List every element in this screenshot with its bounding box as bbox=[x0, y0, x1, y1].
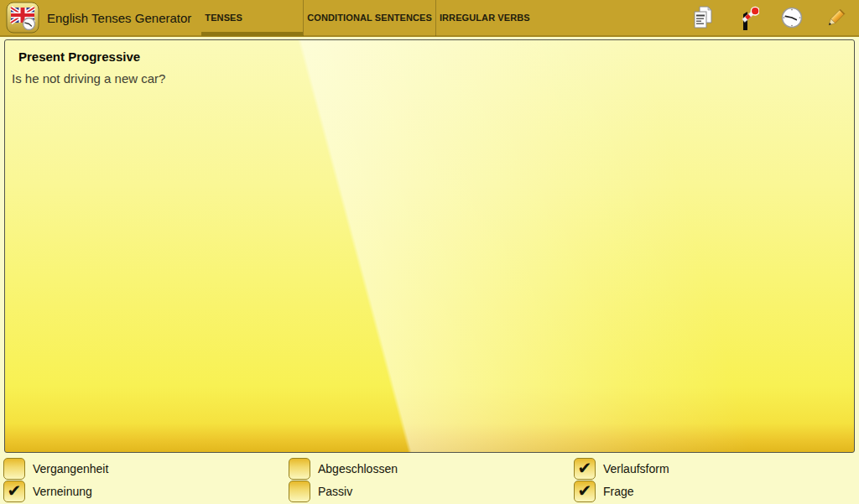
signal-button[interactable] bbox=[736, 4, 759, 31]
sentence-panel: Present Progressive Is he not driving a … bbox=[4, 39, 855, 453]
documents-icon bbox=[692, 5, 714, 30]
tab-irregular-verbs[interactable]: IRREGULAR VERBS bbox=[435, 0, 537, 36]
option-passiv[interactable]: Passiv bbox=[289, 481, 574, 502]
checkmark-icon bbox=[578, 482, 592, 499]
tab-tenses[interactable]: TENSES bbox=[201, 0, 303, 36]
abgeschlossen-label[interactable]: Abgeschlossen bbox=[318, 462, 398, 475]
generated-sentence: Is he not driving a new car? bbox=[12, 71, 854, 86]
option-verneinung[interactable]: Verneinung bbox=[3, 481, 289, 502]
clock-icon bbox=[780, 5, 804, 30]
option-verlaufsform[interactable]: Verlaufsform bbox=[574, 458, 859, 480]
passiv-checkbox[interactable] bbox=[289, 481, 310, 502]
verneinung-checkbox[interactable] bbox=[3, 481, 25, 502]
tense-title: Present Progressive bbox=[18, 49, 854, 64]
tab-bar: TENSES CONDITIONAL SENTENCES IRREGULAR V… bbox=[201, 0, 537, 36]
tab-irregular-verbs-label: IRREGULAR VERBS bbox=[440, 13, 530, 23]
edit-button[interactable] bbox=[825, 4, 848, 31]
frage-label[interactable]: Frage bbox=[603, 485, 634, 498]
tab-conditional-sentences-label: CONDITIONAL SENTENCES bbox=[307, 13, 432, 23]
tab-conditional-sentences[interactable]: CONDITIONAL SENTENCES bbox=[303, 0, 435, 36]
documents-button[interactable] bbox=[691, 4, 715, 31]
abgeschlossen-checkbox[interactable] bbox=[289, 458, 310, 480]
vergangenheit-label[interactable]: Vergangenheit bbox=[33, 462, 108, 475]
options-bar: Vergangenheit Verneinung Abgeschlossen P… bbox=[0, 456, 859, 504]
passiv-label[interactable]: Passiv bbox=[318, 485, 352, 498]
clock-button[interactable] bbox=[780, 4, 804, 31]
gradient-beam-decoration bbox=[5, 40, 854, 452]
checkmark-icon bbox=[8, 482, 22, 499]
small-clock-icon bbox=[23, 18, 35, 30]
app-title: English Tenses Generator bbox=[47, 11, 191, 25]
action-bar: English Tenses Generator TENSES CONDITIO… bbox=[0, 0, 859, 37]
checkmark-icon bbox=[578, 460, 592, 476]
app-icon-uk-flag-clock bbox=[6, 2, 39, 34]
option-abgeschlossen[interactable]: Abgeschlossen bbox=[289, 458, 574, 480]
verlaufsform-checkbox[interactable] bbox=[574, 458, 596, 480]
actionbar-actions bbox=[691, 4, 859, 31]
vergangenheit-checkbox[interactable] bbox=[3, 458, 25, 480]
railway-signal-icon bbox=[736, 4, 759, 31]
tab-tenses-label: TENSES bbox=[205, 13, 242, 23]
option-frage[interactable]: Frage bbox=[574, 481, 859, 502]
option-vergangenheit[interactable]: Vergangenheit bbox=[3, 458, 289, 480]
verlaufsform-label[interactable]: Verlaufsform bbox=[603, 462, 669, 475]
frage-checkbox[interactable] bbox=[574, 481, 596, 502]
verneinung-label[interactable]: Verneinung bbox=[33, 485, 92, 498]
pencil-icon bbox=[825, 5, 848, 30]
